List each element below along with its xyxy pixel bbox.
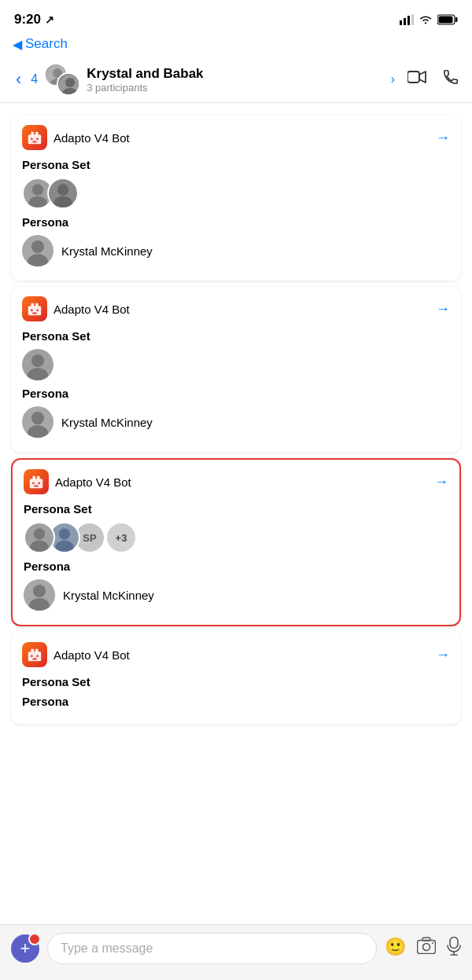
persona-name-1: Krystal McKinney — [61, 244, 153, 258]
svg-point-39 — [31, 412, 44, 424]
svg-point-33 — [36, 309, 39, 311]
input-icons: 🙂 — [385, 937, 461, 960]
bot-avatar-2 — [22, 296, 47, 321]
svg-rect-6 — [439, 17, 453, 24]
persona-set-label-1: Persona Set — [22, 158, 450, 171]
svg-rect-2 — [407, 16, 410, 25]
phone-call-button[interactable] — [442, 68, 459, 90]
wifi-icon — [419, 14, 433, 25]
persona-avatar-3 — [24, 579, 55, 611]
header-back-button[interactable]: ‹ — [13, 69, 24, 90]
persona-avatar-2 — [22, 406, 53, 438]
svg-rect-58 — [35, 649, 39, 653]
camera-button[interactable] — [417, 937, 436, 960]
message-card-3: Adapto V4 Bot → Persona Set SP +3 Person… — [11, 458, 461, 626]
svg-point-36 — [31, 354, 44, 367]
header-badge: 4 — [31, 72, 38, 86]
svg-point-48 — [34, 528, 45, 539]
avatar-3a — [24, 522, 55, 553]
persona-row-1: Krystal McKinney — [22, 235, 450, 266]
emoji-button[interactable]: 🙂 — [385, 937, 406, 960]
svg-point-54 — [33, 585, 46, 597]
svg-point-63 — [423, 944, 430, 951]
svg-rect-66 — [450, 938, 458, 949]
svg-point-11 — [65, 78, 75, 87]
video-call-button[interactable] — [407, 68, 426, 90]
svg-rect-56 — [28, 651, 42, 661]
message-input[interactable]: Type a message — [47, 933, 377, 964]
persona-row-2: Krystal McKinney — [22, 406, 450, 438]
chat-header: ‹ 4 Krystal and Babak 3 participants › — [0, 57, 472, 103]
mic-button[interactable] — [447, 937, 461, 960]
header-subtitle: 3 participants — [87, 82, 384, 94]
persona-set-avatars-1 — [22, 178, 450, 209]
header-expand-chevron[interactable]: › — [391, 72, 395, 86]
svg-point-21 — [32, 184, 43, 195]
svg-rect-64 — [422, 938, 430, 941]
avatar-person2 — [57, 72, 80, 96]
message-card-1: Adapto V4 Bot → Persona Set Persona Krys… — [11, 116, 461, 281]
persona-label-4: Persona — [22, 695, 450, 708]
status-bar: 9:20 ↗ — [0, 0, 472, 35]
svg-rect-16 — [35, 132, 39, 136]
persona-set-label-4: Persona Set — [22, 675, 450, 688]
add-button[interactable]: + — [11, 934, 39, 963]
msg-header-4: Adapto V4 Bot → — [22, 642, 450, 667]
header-title: Krystal and Babak — [87, 66, 384, 82]
back-arrow-icon: ◀ — [13, 37, 22, 52]
bottom-bar: + Type a message 🙂 — [0, 924, 472, 980]
svg-point-44 — [32, 482, 35, 484]
bot-name-4: Adapto V4 Bot — [53, 648, 436, 662]
svg-rect-3 — [411, 14, 414, 25]
msg-arrow-2[interactable]: → — [436, 301, 450, 317]
svg-rect-31 — [35, 303, 39, 307]
battery-icon — [437, 14, 458, 25]
msg-header-3: Adapto V4 Bot → — [24, 469, 448, 494]
persona-row-3: Krystal McKinney — [24, 579, 448, 611]
persona-avatar-1 — [22, 235, 53, 266]
bot-avatar-1 — [22, 125, 47, 150]
svg-rect-42 — [32, 476, 35, 480]
status-time: 9:20 ↗ — [14, 12, 54, 28]
header-title-group: Krystal and Babak 3 participants — [87, 66, 384, 94]
message-feed: Adapto V4 Bot → Persona Set Persona Krys… — [0, 103, 472, 801]
persona-set-label-2: Persona Set — [22, 329, 450, 343]
back-label[interactable]: Search — [25, 36, 68, 52]
msg-arrow-1[interactable]: → — [436, 130, 450, 146]
svg-rect-57 — [31, 649, 34, 653]
message-card-4: Adapto V4 Bot → Persona Set Persona — [11, 633, 461, 724]
plus-icon: + — [20, 938, 31, 959]
time-display: 9:20 — [14, 12, 41, 28]
signal-icon — [400, 14, 414, 25]
bot-avatar-3 — [24, 469, 49, 494]
persona-set-label-3: Persona Set — [24, 502, 448, 516]
bot-name-2: Adapto V4 Bot — [53, 303, 436, 316]
message-card-2: Adapto V4 Bot → Persona Set Persona Krys… — [11, 287, 461, 452]
bot-avatar-4 — [22, 642, 47, 667]
msg-header-2: Adapto V4 Bot → — [22, 296, 450, 321]
group-avatar — [44, 63, 80, 96]
svg-point-59 — [31, 655, 33, 657]
svg-rect-61 — [32, 659, 37, 660]
msg-header-1: Adapto V4 Bot → — [22, 125, 450, 150]
svg-point-24 — [57, 184, 68, 195]
persona-set-row-2 — [22, 349, 450, 380]
svg-point-45 — [38, 482, 40, 484]
svg-rect-13 — [407, 72, 419, 83]
msg-arrow-4[interactable]: → — [436, 647, 450, 663]
avatar-1b — [47, 178, 79, 209]
persona-name-2: Krystal McKinney — [61, 416, 153, 429]
svg-rect-0 — [400, 20, 402, 25]
location-icon: ↗ — [45, 13, 54, 26]
persona-label-2: Persona — [22, 387, 450, 400]
svg-rect-34 — [32, 313, 37, 314]
svg-rect-15 — [31, 132, 34, 136]
svg-rect-43 — [37, 476, 40, 480]
svg-point-18 — [36, 138, 39, 140]
bot-name-1: Adapto V4 Bot — [53, 131, 436, 145]
persona-label-1: Persona — [22, 215, 450, 229]
back-nav[interactable]: ◀ Search — [0, 35, 472, 57]
svg-rect-41 — [30, 479, 43, 488]
msg-arrow-3[interactable]: → — [434, 474, 448, 490]
svg-rect-30 — [31, 303, 34, 307]
